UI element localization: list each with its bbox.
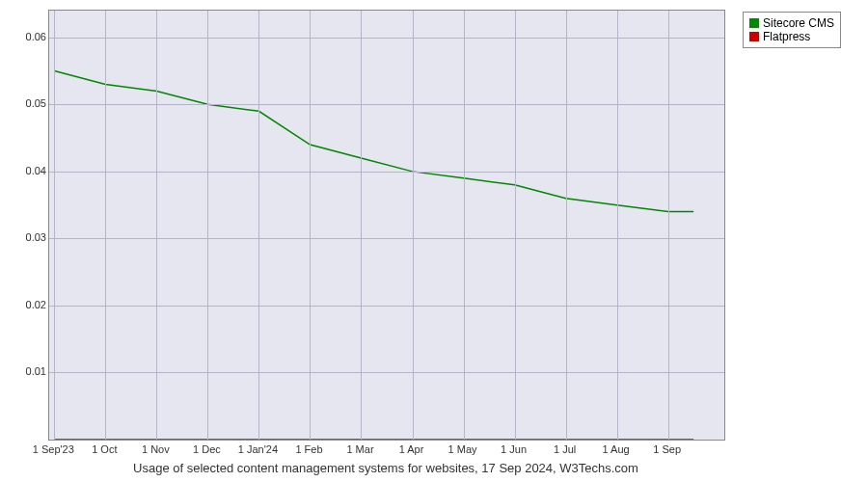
gridline-h [49,306,724,307]
gridline-h [49,172,724,173]
x-tick-label: 1 Dec [193,443,221,455]
gridline-v [105,11,106,440]
gridline-v [515,11,516,440]
legend-item: Sitecore CMS [749,16,834,30]
y-tick-label: 0.01 [3,365,46,377]
legend: Sitecore CMSFlatpress [743,12,841,48]
gridline-v [54,11,55,440]
x-tick-label: 1 Apr [399,443,424,455]
x-tick-label: 1 Sep'23 [33,443,74,455]
legend-swatch [749,18,759,28]
series-line [54,71,693,212]
gridline-v [361,11,362,440]
gridline-h [49,238,724,239]
gridline-v [310,11,311,440]
gridline-v [156,11,157,440]
gridline-v [464,11,465,440]
legend-label: Sitecore CMS [763,16,834,30]
x-tick-label: 1 Oct [92,443,117,455]
gridline-v [668,11,669,440]
x-tick-label: 1 Nov [142,443,170,455]
y-tick-label: 0.06 [3,31,46,42]
gridline-v [258,11,259,440]
x-tick-label: 1 Jul [554,443,576,455]
gridline-h [49,38,724,39]
gridline-v [207,11,208,440]
y-tick-label: 0.04 [3,165,46,176]
legend-label: Flatpress [763,30,810,43]
gridline-v [413,11,414,440]
x-tick-label: 1 Aug [603,443,630,455]
x-tick-label: 1 May [448,443,477,455]
chart-svg [49,11,724,440]
y-tick-label: 0.05 [3,97,46,109]
gridline-v [617,11,618,440]
y-tick-label: 0.03 [3,231,46,243]
y-tick-label: 0.02 [3,299,46,310]
legend-swatch [749,32,759,41]
chart-container: Sitecore CMSFlatpress Usage of selected … [0,0,868,482]
plot-area [48,10,725,441]
x-tick-label: 1 Jan'24 [238,443,278,455]
legend-item: Flatpress [749,30,834,43]
x-tick-label: 1 Jun [501,443,527,455]
x-tick-label: 1 Mar [346,443,373,455]
gridline-h [49,372,724,373]
gridline-v [566,11,567,440]
x-tick-label: 1 Feb [295,443,322,455]
gridline-h [49,104,724,105]
x-tick-label: 1 Sep [653,443,681,455]
chart-caption: Usage of selected content management sys… [48,461,723,475]
